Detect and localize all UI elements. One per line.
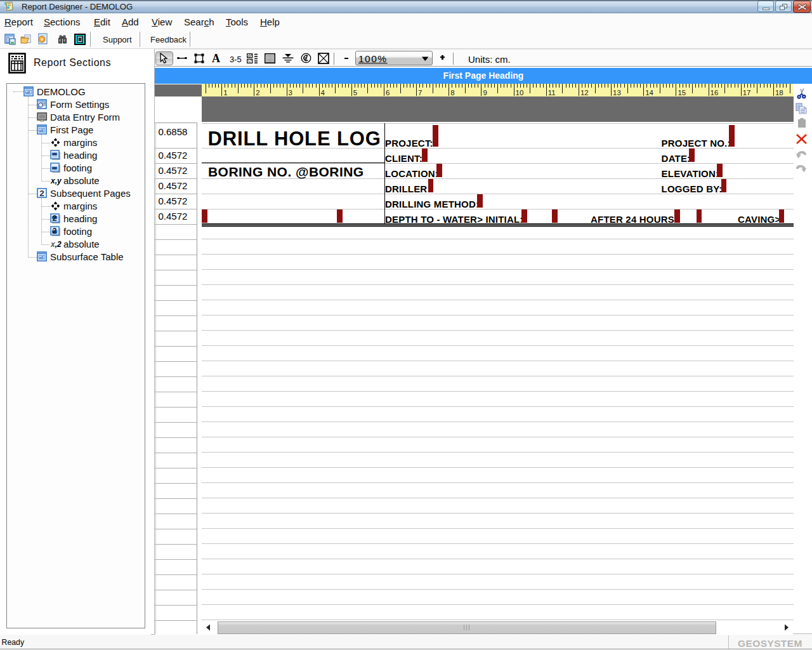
svg-text:2: 2 <box>39 189 44 198</box>
svg-text:2: 2 <box>53 214 57 223</box>
svg-text:2: 2 <box>53 227 57 235</box>
